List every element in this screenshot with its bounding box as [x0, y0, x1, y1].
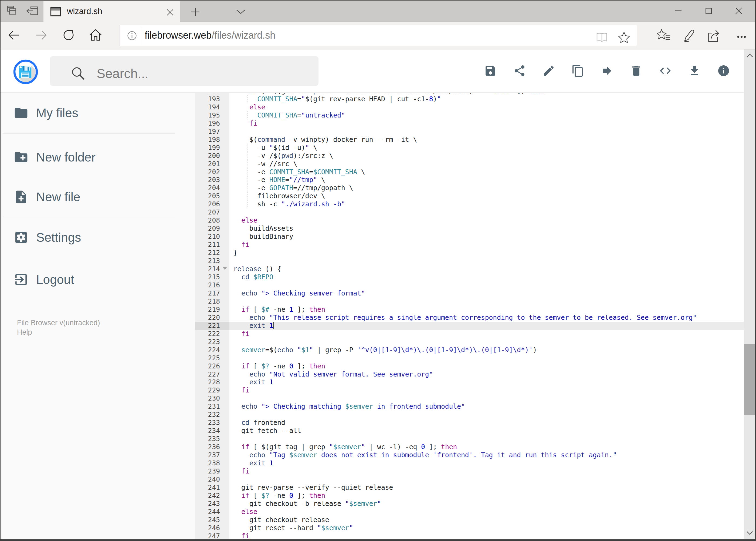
gutter-line-number: 200: [195, 152, 229, 160]
code-line: fi: [233, 119, 257, 128]
gutter-line-number: 240: [195, 475, 229, 483]
search-box[interactable]: Search...: [50, 56, 319, 86]
code-line: echo "This release script requires a sin…: [233, 313, 697, 322]
code-token: =: [297, 111, 301, 119]
copy-button[interactable]: [571, 64, 584, 77]
code-line: git rev-parse --verify --quiet release: [233, 483, 393, 492]
sidebar-item-label: New file: [36, 187, 81, 208]
delete-button[interactable]: [630, 64, 642, 77]
fold-widget-icon[interactable]: [223, 267, 227, 270]
code-token: [233, 305, 242, 313]
download-button[interactable]: [688, 64, 701, 77]
code-token: git checkout release: [233, 516, 329, 524]
close-window-button[interactable]: [724, 0, 754, 22]
scrollbar-thumb[interactable]: [744, 344, 755, 415]
code-line: git fetch --all: [233, 427, 302, 435]
sidebar-item-settings[interactable]: Settings: [0, 227, 178, 248]
home-button[interactable]: [89, 29, 102, 41]
new-tab-button[interactable]: [190, 0, 200, 22]
more-menu-button[interactable]: [737, 36, 746, 38]
sidebar-item-new-file[interactable]: New file: [0, 187, 178, 208]
code-token: "Not valid semver format. See semver.org…: [269, 370, 433, 378]
code-token: GOPATH: [269, 184, 293, 192]
move-button[interactable]: [601, 64, 614, 77]
site-info-icon[interactable]: [127, 31, 136, 40]
code-token: 1: [269, 378, 273, 386]
editor-gutter: 1921931941951961971981992002012022032042…: [195, 93, 229, 541]
gutter-line-number: 232: [195, 410, 229, 419]
code-line: if [ "$(git rev-parse --is-inside-work-t…: [233, 93, 545, 95]
save-icon: [484, 64, 497, 77]
tab-list-chevron-button[interactable]: [236, 0, 246, 22]
code-token: -e: [233, 168, 269, 176]
code-token: semver: [241, 346, 265, 354]
ink-pen-button[interactable]: [681, 29, 695, 43]
code-token: $REPO: [253, 273, 273, 281]
filebrowser-logo[interactable]: [11, 58, 40, 86]
sidebar-item-my-files[interactable]: My files: [0, 103, 178, 124]
code-line: git checkout release: [233, 516, 329, 524]
share-button[interactable]: [707, 29, 721, 42]
tab-preview-button[interactable]: [6, 0, 17, 22]
forward-button[interactable]: [35, 30, 47, 41]
code-token: [257, 289, 261, 297]
address-bar[interactable]: filebrowser.web/files/wizard.sh: [120, 25, 637, 46]
code-token: [265, 459, 269, 467]
gutter-line-number: 228: [195, 378, 229, 386]
code-line: fi: [233, 532, 249, 540]
code-token: ];: [425, 443, 441, 451]
code-editor[interactable]: 1921931941951961971981992002012022032042…: [195, 93, 756, 541]
code-token: $COMMIT_SHA: [313, 168, 357, 176]
code-token: [265, 313, 269, 321]
code-line: buildAssets: [233, 225, 293, 233]
gutter-line-number: 192: [195, 93, 229, 95]
gutter-line-number: 241: [195, 483, 229, 492]
minimize-button[interactable]: [663, 0, 693, 22]
scroll-up-icon[interactable]: [747, 54, 753, 58]
back-icon: [8, 30, 20, 41]
sidebar-item-new-folder[interactable]: New folder: [0, 147, 178, 168]
reading-view-icon[interactable]: [597, 33, 607, 42]
code-line: if [ $(git tag | grep "$semver" | wc -l)…: [233, 443, 457, 451]
page-scrollbar[interactable]: [744, 49, 755, 539]
refresh-button[interactable]: [63, 29, 75, 41]
code-token: COMMIT_SHA: [257, 95, 297, 103]
raw-code-button[interactable]: [659, 64, 672, 77]
code-token: [265, 378, 269, 386]
maximize-button[interactable]: [693, 0, 724, 22]
code-token: 0: [421, 443, 425, 451]
gutter-line-number: 199: [195, 144, 229, 152]
back-button[interactable]: [8, 30, 20, 41]
code-token: [233, 459, 249, 467]
save-button[interactable]: [484, 64, 497, 77]
browser-tab-active[interactable]: wizard.sh: [44, 1, 180, 22]
share-file-button[interactable]: [513, 64, 526, 77]
set-aside-tabs-button[interactable]: [26, 0, 38, 22]
gutter-line-number: 233: [195, 419, 229, 427]
url-text[interactable]: filebrowser.web/files/wizard.sh: [145, 25, 275, 46]
code-token: | wc -l) -eq: [365, 443, 421, 451]
help-link[interactable]: Help: [17, 328, 32, 336]
gutter-line-number: 246: [195, 524, 229, 532]
code-line: else: [233, 216, 257, 225]
new-folder-icon: [14, 150, 29, 165]
gutter-line-number: 202: [195, 168, 229, 176]
code-token: }: [233, 249, 237, 257]
code-token: echo: [249, 451, 265, 459]
search-placeholder: Search...: [97, 59, 148, 89]
code-line: -w //src \: [233, 160, 297, 168]
favorite-star-icon[interactable]: [618, 32, 630, 43]
code-token: $(: [233, 136, 257, 144]
rename-button[interactable]: [542, 64, 555, 77]
code-token: [257, 402, 261, 410]
tab-close-icon[interactable]: [166, 9, 174, 16]
hub-button[interactable]: [657, 29, 671, 42]
scroll-down-icon[interactable]: [747, 531, 753, 535]
code-token: [233, 111, 257, 119]
code-token: $?: [261, 492, 269, 499]
info-icon: [717, 64, 730, 77]
sidebar-item-logout[interactable]: Logout: [0, 269, 178, 290]
code-token: pwd: [281, 152, 293, 160]
sidebar-item-label: Logout: [36, 269, 74, 290]
info-button[interactable]: [717, 64, 730, 77]
